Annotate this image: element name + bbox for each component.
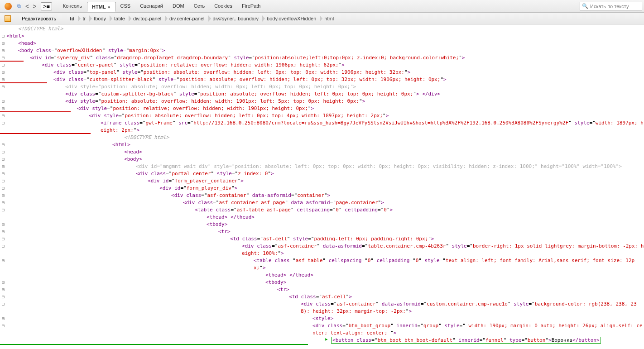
tree-row[interactable]: ⊟<div style="position: absolute; overflo… bbox=[0, 98, 644, 105]
tree-row[interactable]: ⊟<tr> bbox=[0, 228, 644, 235]
tree-row[interactable]: ⊟<tbody> bbox=[0, 221, 644, 228]
tree-node-content[interactable]: <div class="btn_boot_group" innerid="gro… bbox=[312, 322, 644, 337]
twisty-icon[interactable]: ⊟ bbox=[0, 301, 6, 308]
twisty-icon[interactable]: ⊟ bbox=[0, 322, 6, 330]
tree-node-content[interactable]: <div id="mngmnt_wait_div" style="positio… bbox=[136, 163, 644, 170]
crumb-synergy[interactable]: div#syner...boundary bbox=[208, 14, 263, 23]
tree-node-content[interactable]: <tbody> bbox=[207, 221, 644, 228]
tree-node-content[interactable]: <body class="overflowXHidden" style="mar… bbox=[18, 47, 644, 54]
tree-node-content[interactable]: <div class="asf-container" data-asformid… bbox=[301, 301, 644, 315]
tree-row[interactable]: ⊞<div style="position: absolute; overflo… bbox=[0, 83, 644, 91]
tree-row[interactable]: ⊟<table class="asf-table" cellspacing="0… bbox=[0, 257, 644, 272]
tree-row[interactable]: ⊟<html> bbox=[0, 33, 644, 40]
tree-row[interactable]: ⊟<div id="synergy_div" class="dragdrop-d… bbox=[0, 54, 644, 62]
tree-row[interactable]: ⊟<div class="portal-center" style="z-ind… bbox=[0, 170, 644, 177]
twisty-icon[interactable]: ⊟ bbox=[0, 243, 6, 250]
tree-node-content[interactable]: <tr> bbox=[277, 286, 644, 293]
crumb-center-panel[interactable]: div.center-panel bbox=[165, 14, 208, 23]
tree-node-content[interactable]: <div style="position: absolute; overflow… bbox=[89, 112, 644, 120]
tree-node-content[interactable]: <div style="position: absolute; overflow… bbox=[65, 98, 644, 105]
twisty-icon[interactable]: ⊞ bbox=[0, 163, 6, 170]
tree-row[interactable]: ⊟<div id="form_player_container"> bbox=[0, 177, 644, 185]
tree-node-content[interactable]: <div class="asf-container asf-page" data… bbox=[183, 199, 644, 206]
tree-row[interactable]: ⊞<style> bbox=[0, 315, 644, 322]
tree-row[interactable]: <thead> </thead> bbox=[0, 214, 644, 221]
tree-row[interactable]: ➤ <button class="btn_boot btn_boot-defau… bbox=[0, 337, 644, 344]
tree-node-content[interactable]: <table class="asf-table asf-page" cellsp… bbox=[195, 206, 644, 214]
twisty-icon[interactable]: ⊟ bbox=[0, 257, 6, 264]
tree-node-content[interactable]: <div id="synergy_div" class="dragdrop-dr… bbox=[30, 54, 644, 62]
tree-row[interactable]: ⊟<tr> bbox=[0, 286, 644, 293]
tree-row[interactable]: ⊟<body class="overflowXHidden" style="ma… bbox=[0, 47, 644, 54]
tree-row[interactable]: ⊟<iframe class="gwt-Frame" src="http://1… bbox=[0, 120, 644, 134]
tree-row[interactable]: ⊟<div class="custom-splitter-black" styl… bbox=[0, 76, 644, 83]
crumb-tbody[interactable]: tbody bbox=[89, 14, 110, 23]
twisty-icon[interactable]: ⊞ bbox=[0, 148, 6, 156]
tree-node-content[interactable]: <td class="asf-cell" style="padding-left… bbox=[230, 235, 644, 243]
tree-row[interactable]: ⊞<div class="top-panel" style="position:… bbox=[0, 69, 644, 76]
twisty-icon[interactable]: ⊟ bbox=[0, 141, 6, 148]
inspect-icon[interactable] bbox=[2, 14, 14, 23]
tree-node-content[interactable]: <div style="position: relative; overflow… bbox=[77, 105, 644, 112]
tab-css[interactable]: CSS bbox=[116, 1, 136, 11]
tab-console[interactable]: Консоль bbox=[58, 1, 87, 11]
twisty-icon[interactable]: ⊟ bbox=[0, 228, 6, 235]
twisty-icon[interactable]: ⊟ bbox=[0, 105, 6, 112]
twisty-icon[interactable]: ⊟ bbox=[0, 98, 6, 105]
tree-node-content[interactable]: <thead> </thead> bbox=[207, 214, 644, 221]
tree-node-content[interactable]: <div style="position: absolute; overflow… bbox=[65, 83, 644, 91]
crumb-html[interactable]: html bbox=[320, 14, 337, 23]
tree-row[interactable]: ⊟<div class="asf-container" data-asformi… bbox=[0, 192, 644, 199]
tree-row[interactable]: ⊟<div id="form_player_div"> bbox=[0, 185, 644, 192]
tree-node-content[interactable]: <table class="asf-table" cellspacing="0"… bbox=[254, 257, 644, 272]
tree-row[interactable]: ⊞<head> bbox=[0, 148, 644, 156]
tree-node-content[interactable]: <thead> </thead> bbox=[265, 272, 644, 279]
tree-row[interactable]: <div class="custom-splitter-bg-black" st… bbox=[0, 91, 644, 98]
twisty-icon[interactable]: ⊟ bbox=[0, 192, 6, 199]
tree-node-content[interactable]: <div class="portal-center" style="z-inde… bbox=[136, 170, 644, 177]
twisty-icon[interactable]: ⊟ bbox=[0, 54, 6, 62]
tree-row[interactable]: ⊞<div id="mngmnt_wait_div" style="positi… bbox=[0, 163, 644, 170]
tree-node-content[interactable]: <style> bbox=[312, 315, 644, 322]
crumb-top-panel[interactable]: div.top-panel bbox=[129, 14, 165, 23]
tree-row[interactable]: ⊟<td class="asf-cell"> bbox=[0, 293, 644, 301]
nav-fwd-icon[interactable]: > bbox=[31, 3, 38, 10]
twisty-icon[interactable]: ⊟ bbox=[0, 199, 6, 206]
tree-row[interactable]: <thead> </thead> bbox=[0, 272, 644, 279]
twisty-icon[interactable]: ⊟ bbox=[0, 76, 6, 83]
tab-html[interactable]: HTML▼ bbox=[87, 2, 115, 12]
tree-node-content[interactable]: <div class="custom-splitter-black" style… bbox=[53, 76, 644, 83]
tree-node-content[interactable]: <head> bbox=[124, 148, 644, 156]
tab-net[interactable]: Сеть bbox=[189, 1, 210, 11]
search-input[interactable] bbox=[590, 4, 640, 9]
tree-node-content[interactable]: <td class="asf-cell"> bbox=[289, 293, 644, 301]
tree-node-content[interactable]: <div id="form_player_container"> bbox=[148, 177, 644, 185]
search-box[interactable]: 🔍 bbox=[580, 2, 642, 10]
twisty-icon[interactable]: ⊟ bbox=[0, 120, 6, 127]
tree-row[interactable]: ⊟<div style="position: relative; overflo… bbox=[0, 105, 644, 112]
tree-row[interactable]: ⊟<div class="center-panel" style="positi… bbox=[0, 62, 644, 69]
tree-node-content[interactable]: <!DOCTYPE html> bbox=[124, 134, 644, 141]
twisty-icon[interactable]: ⊟ bbox=[0, 221, 6, 228]
tab-dom[interactable]: DOM bbox=[168, 1, 189, 11]
tree-row[interactable]: ⊟<div style="position: absolute; overflo… bbox=[0, 112, 644, 120]
chevron-down-icon[interactable]: ▼ bbox=[107, 5, 111, 10]
twisty-icon[interactable]: ⊟ bbox=[0, 206, 6, 214]
tree-row[interactable]: ⊟<div class="asf-container" data-asformi… bbox=[0, 243, 644, 257]
twisty-icon[interactable]: ⊟ bbox=[0, 112, 6, 120]
tree-row[interactable]: <!DOCTYPE html> bbox=[0, 134, 644, 141]
nav-back-icon[interactable]: < bbox=[24, 3, 31, 10]
twisty-icon[interactable]: ⊞ bbox=[0, 40, 6, 47]
firebug-icon[interactable] bbox=[2, 1, 14, 11]
twisty-icon[interactable]: ⊟ bbox=[0, 293, 6, 301]
tree-node-content[interactable]: <div class="asf-container" data-asformid… bbox=[171, 192, 644, 199]
tab-cookies[interactable]: Cookies bbox=[210, 1, 237, 11]
tree-node-content[interactable]: <div class="center-panel" style="positio… bbox=[42, 62, 644, 69]
twisty-icon[interactable]: ⊞ bbox=[0, 69, 6, 76]
tree-node-content[interactable]: ➤ <button class="btn_boot btn_boot-defau… bbox=[324, 337, 644, 344]
tree-row[interactable]: ⊟<body> bbox=[0, 156, 644, 163]
tree-row[interactable]: ⊟<div class="asf-container asf-page" dat… bbox=[0, 199, 644, 206]
twisty-icon[interactable]: ⊟ bbox=[0, 286, 6, 293]
tree-row[interactable]: ⊟<div class="asf-container" data-asformi… bbox=[0, 301, 644, 315]
tree-node-content[interactable]: <tbody> bbox=[265, 279, 644, 286]
